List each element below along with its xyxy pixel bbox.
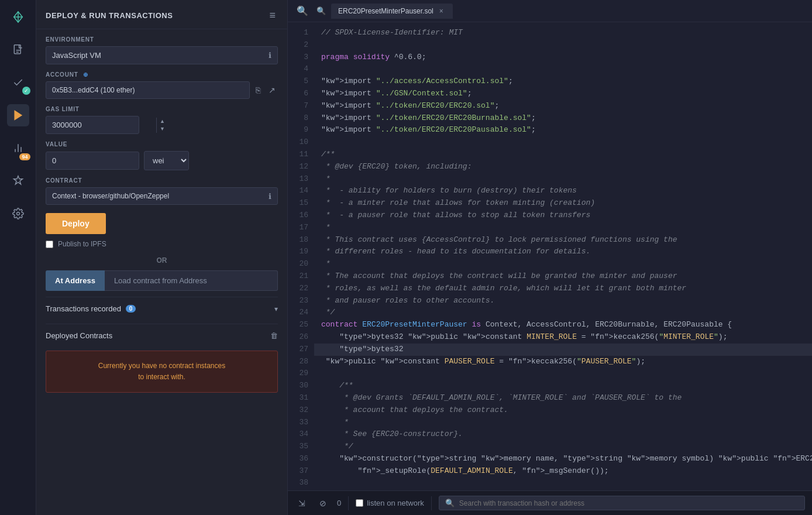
editor-header: 🔍 🔍 ERC20PresetMinterPauser.sol × (288, 0, 812, 22)
file-tab-name: ERC20PresetMinterPauser.sol (338, 7, 433, 15)
gas-limit-label: GAS LIMIT (46, 106, 278, 112)
account-label: ACCOUNT ⊕ (46, 71, 278, 78)
files-icon[interactable] (7, 39, 29, 61)
account-select[interactable]: 0x5B3...eddC4 (100 ether) (46, 82, 249, 98)
at-address-row: At Address Load contract from Address (46, 270, 278, 291)
zoom-out-button[interactable]: 🔍 (294, 4, 311, 18)
zoom-in-button[interactable]: 🔍 (314, 5, 329, 16)
ethereum-icon[interactable] (7, 6, 29, 28)
publish-row: Publish to IPFS (46, 240, 278, 248)
analytics-badge: 94 (19, 153, 30, 160)
copy-account-button[interactable]: ⎘ (253, 84, 263, 96)
value-input[interactable] (46, 152, 139, 170)
verified-icon[interactable] (7, 170, 29, 192)
panel-menu-button[interactable]: ≡ (267, 8, 278, 23)
code-content[interactable]: // SPDX-License-Identifier: MIT pragma s… (314, 22, 812, 490)
transactions-section[interactable]: Transactions recorded 0 ▾ (46, 297, 278, 318)
deployed-contracts-trash-icon[interactable]: 🗑 (270, 331, 278, 340)
deploy-icon[interactable] (7, 104, 29, 126)
contract-info-icon[interactable]: ℹ (263, 192, 277, 201)
gas-limit-wrapper: 3000000 ▲ ▼ (46, 116, 139, 134)
contract-label: CONTRACT (46, 177, 278, 184)
no-contract-message: Currently you have no contract instances… (46, 351, 278, 393)
bottom-bar: ⇲ ⊘ 0 listen on network 🔍 (288, 490, 812, 515)
search-input[interactable] (459, 499, 799, 507)
environment-select[interactable]: JavaScript VM Injected Web3 Web3 Provide… (46, 47, 263, 64)
line-numbers: 1234567891011121314151617181920212223242… (288, 22, 314, 490)
settings-icon[interactable] (7, 202, 29, 225)
value-unit-select[interactable]: wei gwei finney ether (144, 151, 189, 170)
file-tab-close-button[interactable]: × (438, 7, 445, 15)
panel-title: DEPLOY & RUN TRANSACTIONS (46, 11, 173, 20)
value-label: VALUE (46, 141, 278, 147)
stop-button[interactable]: ⊘ (316, 496, 330, 510)
compile-badge: ✓ (22, 87, 30, 95)
collapse-button[interactable]: ⇲ (295, 496, 309, 510)
deployed-contracts-section[interactable]: Deployed Contracts 🗑 (46, 324, 278, 345)
environment-label: ENVIRONMENT (46, 36, 278, 43)
gas-limit-up[interactable]: ▲ (157, 118, 168, 125)
gas-limit-input[interactable]: 3000000 (46, 116, 156, 133)
transactions-label: Transactions recorded (46, 304, 121, 313)
at-address-button[interactable]: At Address (46, 270, 105, 291)
deployed-contracts-title: Deployed Contracts (46, 331, 112, 340)
environment-info-icon[interactable]: ℹ (263, 51, 277, 60)
listen-network-checkbox[interactable] (356, 499, 363, 507)
deployed-contracts-label: Deployed Contracts (46, 331, 112, 340)
gas-limit-down[interactable]: ▼ (157, 125, 168, 133)
icon-bar: ✓ 94 (0, 0, 36, 515)
publish-ipfs-checkbox[interactable] (46, 241, 53, 248)
code-area[interactable]: 1234567891011121314151617181920212223242… (288, 22, 812, 490)
transactions-title: Transactions recorded 0 (46, 304, 136, 313)
environment-select-wrapper[interactable]: JavaScript VM Injected Web3 Web3 Provide… (46, 46, 278, 64)
account-row: 0x5B3...eddC4 (100 ether) ⎘ ↗ (46, 81, 278, 99)
left-panel: DEPLOY & RUN TRANSACTIONS ≡ ENVIRONMENT … (36, 0, 288, 515)
deploy-button[interactable]: Deploy (46, 213, 106, 234)
listen-network-label: listen on network (367, 499, 424, 507)
contract-select[interactable]: Context - browser/github/OpenZeppel (46, 188, 263, 204)
panel-body: ENVIRONMENT JavaScript VM Injected Web3 … (36, 29, 287, 515)
divider-2 (431, 496, 432, 510)
main-content: 🔍 🔍 ERC20PresetMinterPauser.sol × 123456… (288, 0, 812, 515)
value-row: wei gwei finney ether (46, 151, 278, 170)
search-icon: 🔍 (445, 499, 455, 507)
publish-ipfs-label: Publish to IPFS (58, 240, 106, 248)
account-add-icon[interactable]: ⊕ (83, 71, 88, 78)
gas-limit-spinner: ▲ ▼ (156, 118, 168, 133)
transactions-chevron: ▾ (274, 305, 278, 313)
or-divider: OR (46, 256, 278, 265)
divider-1 (348, 496, 349, 510)
compile-icon[interactable]: ✓ (7, 71, 29, 94)
svg-point-10 (16, 212, 19, 215)
contract-row[interactable]: Context - browser/github/OpenZeppel ℹ (46, 187, 278, 205)
transactions-badge: 0 (126, 305, 136, 313)
listen-checkbox-row: listen on network (356, 499, 424, 507)
account-select-wrapper[interactable]: 0x5B3...eddC4 (100 ether) (46, 81, 250, 99)
analytics-icon[interactable]: 94 (7, 137, 29, 159)
load-contract-button[interactable]: Load contract from Address (105, 270, 278, 291)
svg-marker-6 (15, 111, 22, 120)
transaction-count: 0 (337, 499, 341, 507)
search-bar[interactable]: 🔍 (439, 496, 805, 510)
file-tab[interactable]: ERC20PresetMinterPauser.sol × (331, 4, 453, 19)
export-account-button[interactable]: ↗ (266, 84, 278, 96)
panel-header: DEPLOY & RUN TRANSACTIONS ≡ (36, 0, 287, 29)
